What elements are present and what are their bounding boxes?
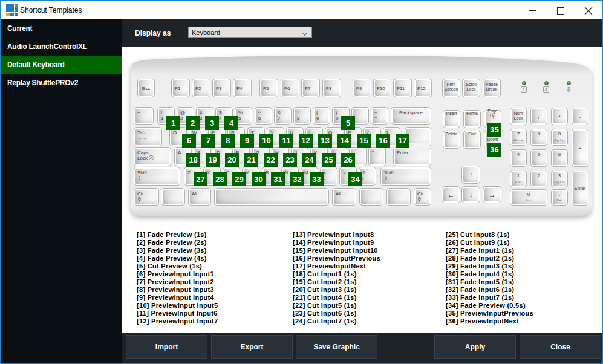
shortcut-badge-15: 15	[357, 134, 371, 148]
shortcut-badge-21: 21	[244, 153, 258, 167]
shortcut-badge-5: 5	[341, 116, 355, 130]
shortcut-badge-17: 17	[396, 134, 409, 148]
shortcut-badge-25: 25	[322, 153, 336, 167]
shortcut-badge-23: 23	[283, 153, 297, 167]
shortcut-badge-33: 33	[310, 172, 324, 186]
footer-bar: ImportExportSave GraphicApplyClose	[122, 333, 602, 363]
shortcut-badge-35: 35	[487, 123, 501, 137]
window: Shortcut Templates CurrentAudio LaunchCo…	[0, 0, 603, 364]
shortcut-badge-10: 10	[259, 134, 273, 148]
shortcut-badge-22: 22	[264, 153, 278, 167]
shortcut-badge-20: 20	[225, 153, 239, 167]
shortcut-lists: [1] Fade Preview (1s) [2] Fade Preview (…	[1, 1, 603, 334]
shortcut-badge-14: 14	[337, 134, 351, 148]
shortcut-badge-1: 1	[166, 116, 180, 130]
shortcut-list-col3: [25] Cut Input8 (1s) [26] Cut Input9 (1s…	[446, 231, 533, 325]
shortcut-badge-24: 24	[302, 153, 316, 167]
save-graphic-button[interactable]: Save Graphic	[296, 335, 377, 359]
shortcut-badge-13: 13	[318, 134, 332, 148]
shortcut-badge-8: 8	[221, 134, 235, 148]
shortcut-list-col2: [13] PreviewInput Input8 [14] PreviewInp…	[293, 231, 380, 325]
shortcut-badge-32: 32	[290, 172, 304, 186]
close-button[interactable]: Close	[520, 335, 601, 359]
import-button[interactable]: Import	[126, 335, 207, 359]
shortcut-badge-30: 30	[252, 172, 266, 186]
shortcut-badge-27: 27	[194, 172, 207, 186]
apply-button[interactable]: Apply	[434, 335, 516, 359]
shortcut-badge-12: 12	[299, 134, 313, 148]
shortcut-badge-26: 26	[341, 153, 355, 167]
shortcut-badge-6: 6	[182, 134, 196, 148]
shortcut-badge-3: 3	[205, 116, 219, 130]
shortcut-badge-28: 28	[213, 172, 227, 186]
shortcut-badge-18: 18	[186, 153, 200, 167]
shortcut-badge-2: 2	[186, 116, 200, 130]
shortcut-badge-29: 29	[232, 172, 246, 186]
shortcut-badge-9: 9	[240, 134, 254, 148]
shortcut-badge-31: 31	[271, 172, 285, 186]
shortcut-badge-34: 34	[348, 172, 362, 186]
shortcut-badge-11: 11	[279, 134, 293, 148]
shortcut-list-col1: [1] Fade Preview (1s) [2] Fade Preview (…	[137, 231, 218, 325]
shortcut-badge-36: 36	[487, 143, 501, 157]
shortcut-badge-16: 16	[376, 134, 390, 148]
export-button[interactable]: Export	[211, 335, 293, 359]
shortcut-badge-19: 19	[206, 153, 220, 167]
shortcut-badge-7: 7	[201, 134, 215, 148]
shortcut-badge-4: 4	[224, 116, 238, 130]
